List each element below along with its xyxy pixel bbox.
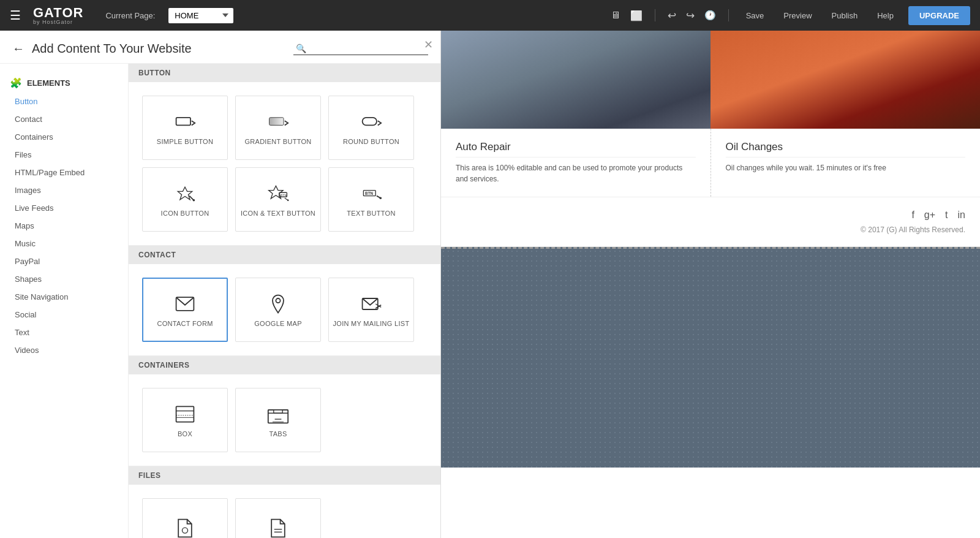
contact-grid: CONTACT FORM GOOGLE MAP (129, 264, 440, 356)
contact-form-label: CONTACT FORM (157, 320, 213, 327)
button-section-heading: BUTTON (129, 64, 440, 82)
sidebar-item-maps[interactable]: Maps (0, 217, 128, 235)
svg-rect-1 (270, 117, 284, 125)
sidebar-item-music[interactable]: Music (0, 235, 128, 252)
sidebar-item-html-embed[interactable]: HTML/Page Embed (0, 164, 128, 181)
sidebar-item-site-navigation[interactable]: Site Navigation (0, 288, 128, 306)
sidebar-item-text[interactable]: Text (0, 324, 128, 341)
sidebar-item-videos[interactable]: Videos (0, 341, 128, 359)
gradient-button-label: GRADIENT BUTTON (244, 138, 311, 145)
tablet-view-icon[interactable]: ⬜ (630, 10, 643, 21)
tabs-label: TABS (269, 430, 287, 438)
website-preview: Auto Repair This area is 100% editable a… (441, 31, 980, 538)
text-button-label: TEXT BUTTON (347, 210, 395, 217)
linkedin-icon[interactable]: in (958, 210, 965, 221)
history-icon[interactable]: 🕐 (704, 10, 716, 21)
sidebar-item-containers[interactable]: Containers (0, 128, 128, 146)
svg-rect-15 (176, 406, 194, 422)
simple-button-label: SIMPLE BUTTON (157, 138, 213, 145)
sidebar-item-button[interactable]: Button (0, 93, 128, 110)
social-icons: f g+ t in (456, 210, 965, 221)
svg-point-13 (276, 298, 280, 303)
page-selector[interactable]: HOME ABOUT CONTACT SERVICES (168, 8, 233, 23)
oil-changes-body: Oil changes while you wait. 15 minutes o… (726, 162, 966, 173)
join-mailing-list-icon (360, 293, 382, 315)
logo-hostgator: by HostGator (33, 20, 83, 25)
svg-point-8 (287, 199, 289, 201)
divider (655, 9, 655, 21)
auto-repair-body: This area is 100% editable and can be us… (456, 162, 696, 184)
text-button-card[interactable]: BTN TEXT BUTTON (328, 167, 414, 232)
sidebar-item-paypal[interactable]: PayPal (0, 252, 128, 270)
preview-image-auto-repair (441, 31, 710, 129)
current-page-label: Current Page: (105, 11, 155, 20)
containers-section: CONTAINERS BOX (129, 356, 440, 466)
gradient-button-card[interactable]: GRADIENT BUTTON (235, 96, 321, 160)
round-button-card[interactable]: ROUND BUTTON (328, 96, 414, 160)
publish-button[interactable]: Publish (827, 9, 863, 23)
icon-text-button-icon: BTN (267, 183, 289, 205)
file-icon-2 (267, 517, 289, 539)
back-button[interactable]: ← (12, 42, 24, 56)
save-button[interactable]: Save (741, 9, 769, 23)
icon-button-card[interactable]: ICON BUTTON (142, 167, 228, 232)
redo-icon[interactable]: ↪ (686, 9, 695, 22)
file-card-1[interactable] (142, 498, 228, 538)
contact-section: CONTACT CONTACT FORM (129, 246, 440, 356)
undo-icon[interactable]: ↩ (668, 9, 676, 22)
preview-button[interactable]: Preview (778, 9, 816, 23)
twitter-icon[interactable]: t (945, 210, 948, 221)
sidebar-item-social[interactable]: Social (0, 306, 128, 324)
join-mailing-list-label: JOIN MY MAILING LIST (333, 320, 410, 327)
sidebar-item-images[interactable]: Images (0, 181, 128, 199)
preview-dark-area (441, 247, 980, 468)
tabs-card[interactable]: TABS (235, 388, 321, 452)
search-input[interactable] (309, 44, 425, 53)
logo: GATOR by HostGator (33, 6, 83, 25)
svg-point-11 (380, 197, 382, 199)
preview-content: Auto Repair This area is 100% editable a… (441, 31, 980, 538)
icon-text-button-card[interactable]: BTN ICON & TEXT BUTTON (235, 167, 321, 232)
panel-header: ← Add Content To Your Website 🔍 ✕ (0, 31, 440, 64)
round-button-label: ROUND BUTTON (343, 138, 399, 145)
auto-repair-title: Auto Repair (456, 141, 696, 157)
upgrade-button[interactable]: UPGRADE (908, 6, 970, 25)
top-navigation: ☰ GATOR by HostGator Current Page: HOME … (0, 0, 980, 31)
sidebar-item-live-feeds[interactable]: Live Feeds (0, 199, 128, 217)
google-plus-icon[interactable]: g+ (924, 210, 935, 221)
containers-grid: BOX TABS (129, 374, 440, 466)
panel-body: 🧩 ELEMENTS Button Contact Containers Fil… (0, 64, 440, 538)
elements-section-title: 🧩 ELEMENTS (0, 74, 128, 93)
file-card-2[interactable] (235, 498, 321, 538)
sidebar-item-shapes[interactable]: Shapes (0, 270, 128, 288)
box-icon (174, 403, 196, 425)
desktop-view-icon[interactable]: 🖥 (611, 10, 620, 21)
svg-rect-19 (268, 409, 288, 423)
facebook-icon[interactable]: f (911, 210, 914, 221)
search-bar[interactable]: 🔍 (293, 42, 428, 55)
tabs-icon (267, 403, 289, 425)
oil-changes-image (710, 31, 980, 129)
sidebar-item-files[interactable]: Files (0, 146, 128, 164)
help-button[interactable]: Help (872, 9, 899, 23)
search-icon: 🔍 (296, 44, 306, 53)
google-map-label: GOOGLE MAP (254, 320, 302, 327)
contact-form-card[interactable]: CONTACT FORM (142, 278, 228, 342)
files-section-heading: FILES (129, 466, 440, 485)
close-icon[interactable]: ✕ (424, 38, 433, 51)
join-mailing-list-card[interactable]: JOIN MY MAILING LIST (328, 278, 414, 342)
auto-repair-image (441, 31, 710, 129)
round-button-icon (360, 111, 382, 133)
svg-text:BTN: BTN (281, 193, 287, 197)
button-section: BUTTON SIMPLE BUTTON (129, 64, 440, 246)
copyright-text: © 2017 (G) All Rights Reserved. (456, 225, 965, 234)
preview-col-1: Auto Repair This area is 100% editable a… (441, 129, 711, 197)
gradient-button-icon (267, 111, 289, 133)
box-card[interactable]: BOX (142, 388, 228, 452)
preview-top-images (441, 31, 980, 129)
google-map-card[interactable]: GOOGLE MAP (235, 278, 321, 342)
file-icon-1 (174, 517, 196, 539)
sidebar-item-contact[interactable]: Contact (0, 110, 128, 128)
hamburger-menu-icon[interactable]: ☰ (10, 8, 21, 23)
simple-button-card[interactable]: SIMPLE BUTTON (142, 96, 228, 160)
